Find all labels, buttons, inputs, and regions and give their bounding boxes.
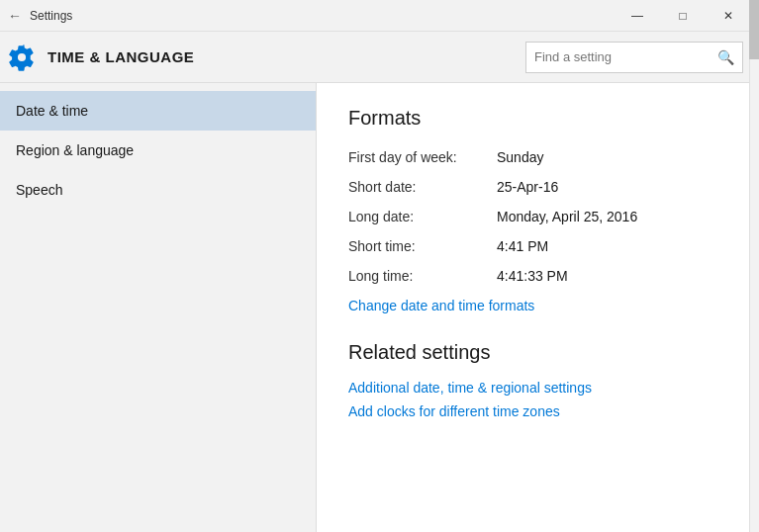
- maximize-button[interactable]: □: [660, 0, 706, 32]
- content-area: Formats First day of week: Sunday Short …: [317, 83, 759, 532]
- label-short-date: Short date:: [348, 179, 497, 195]
- header-title: TIME & LANGUAGE: [47, 48, 194, 65]
- scrollbar-thumb[interactable]: [749, 0, 759, 59]
- search-box[interactable]: 🔍: [525, 42, 743, 73]
- sidebar-item-date-time[interactable]: Date & time: [0, 91, 316, 131]
- gear-icon: [8, 44, 36, 71]
- value-first-day: Sunday: [497, 149, 543, 165]
- label-long-time: Long time:: [348, 268, 497, 284]
- back-button[interactable]: ←: [8, 8, 22, 24]
- header-left: TIME & LANGUAGE: [8, 44, 194, 71]
- format-row-long-time: Long time: 4:41:33 PM: [348, 268, 727, 284]
- sidebar-item-speech[interactable]: Speech: [0, 170, 316, 210]
- sidebar: Date & time Region & language Speech: [0, 83, 317, 532]
- titlebar-left: ← Settings: [8, 8, 72, 24]
- value-short-date: 25-Apr-16: [497, 179, 558, 195]
- label-first-day: First day of week:: [348, 149, 497, 165]
- titlebar-title: Settings: [30, 9, 72, 23]
- add-clocks-link[interactable]: Add clocks for different time zones: [348, 403, 727, 419]
- value-long-time: 4:41:33 PM: [497, 268, 568, 284]
- additional-date-time-link[interactable]: Additional date, time & regional setting…: [348, 380, 727, 396]
- titlebar-controls: — □ ✕: [615, 0, 751, 32]
- label-short-time: Short time:: [348, 238, 497, 254]
- main-layout: Date & time Region & language Speech For…: [0, 83, 759, 532]
- format-row-short-time: Short time: 4:41 PM: [348, 238, 727, 254]
- format-row-long-date: Long date: Monday, April 25, 2016: [348, 209, 727, 224]
- search-input[interactable]: [534, 49, 717, 64]
- value-short-time: 4:41 PM: [497, 238, 548, 254]
- value-long-date: Monday, April 25, 2016: [497, 209, 637, 224]
- scrollbar[interactable]: [749, 0, 759, 532]
- sidebar-item-region-language[interactable]: Region & language: [0, 131, 316, 170]
- change-formats-link[interactable]: Change date and time formats: [348, 298, 727, 313]
- close-button[interactable]: ✕: [706, 0, 751, 32]
- related-settings-title: Related settings: [348, 341, 727, 364]
- format-row-first-day: First day of week: Sunday: [348, 149, 727, 165]
- formats-title: Formats: [348, 107, 727, 130]
- format-row-short-date: Short date: 25-Apr-16: [348, 179, 727, 195]
- label-long-date: Long date:: [348, 209, 497, 224]
- minimize-button[interactable]: —: [615, 0, 660, 32]
- app-header: TIME & LANGUAGE 🔍: [0, 32, 759, 83]
- titlebar: ← Settings — □ ✕: [0, 0, 759, 32]
- search-icon: 🔍: [717, 49, 734, 65]
